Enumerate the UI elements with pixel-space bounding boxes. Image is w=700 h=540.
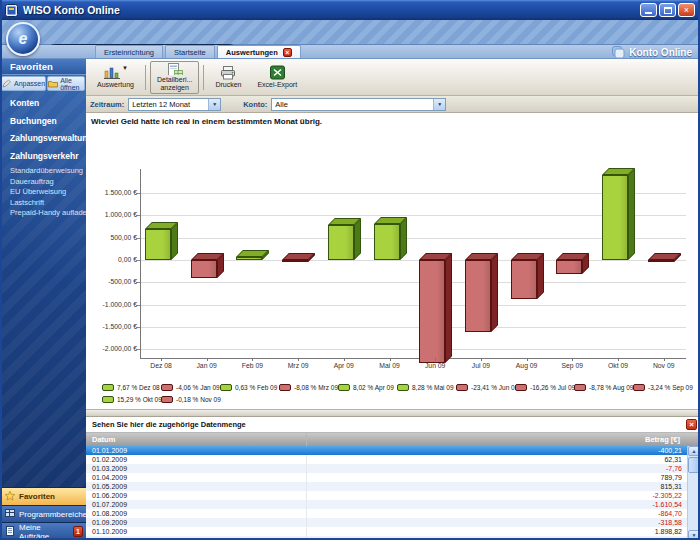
sidebar-item-standardüberweisung[interactable]: Standardüberweisung (0, 166, 86, 177)
chart-bar-side (445, 253, 452, 363)
gridline (140, 282, 686, 283)
table-row[interactable]: 01.08.2009-864,70 (86, 509, 687, 518)
legend-swatch (456, 384, 468, 391)
x-axis-label: Dez 08 (139, 362, 183, 369)
zeitraum-select[interactable]: Letzten 12 Monat ▼ (128, 98, 221, 111)
chart-bar-side (491, 253, 498, 332)
legend-swatch (279, 384, 291, 391)
x-axis-label: Sep 09 (550, 362, 594, 369)
legend-label: 8,02 % Apr 09 (353, 384, 394, 391)
chart-bar[interactable] (511, 260, 537, 299)
table-row[interactable]: 01.11.2009-17,32 (86, 536, 687, 540)
chart-bar[interactable] (282, 260, 308, 262)
bottom-nav-favoriten[interactable]: Favoriten (0, 487, 86, 505)
chart-bar[interactable] (328, 225, 354, 260)
tab-ersteinrichtung[interactable]: Ersteinrichtung (95, 45, 163, 58)
chart-bar[interactable] (419, 260, 445, 363)
legend-swatch (338, 384, 350, 391)
chart-bar[interactable] (602, 175, 628, 260)
maximize-button[interactable] (659, 3, 676, 17)
legend-item: 15,29 % Okt 09 (102, 395, 161, 404)
toolbar: ▼ Auswertung Detailberi... anzeigen Druc… (86, 59, 700, 96)
anpassen-button[interactable]: Anpassen (1, 76, 46, 91)
window-title: WISO Konto Online (23, 4, 120, 16)
chart-bar[interactable] (648, 260, 674, 262)
sidebar-item-zahlungsverwaltung[interactable]: Zahlungsverwaltung (0, 130, 86, 148)
legend-item: -23,41 % Jun 09 (456, 383, 515, 392)
y-axis (140, 169, 141, 358)
table-row[interactable]: 01.03.2009-7,76 (86, 464, 687, 473)
cell-datum: 01.10.2009 (86, 527, 307, 536)
legend-item: 0,63 % Feb 09 (220, 383, 279, 392)
table-scrollbar[interactable]: ▲ ▼ (687, 446, 700, 540)
drucken-button[interactable]: Drucken (208, 61, 248, 94)
table-row[interactable]: 01.10.20091.898,82 (86, 527, 687, 536)
splitter-handle[interactable] (86, 409, 700, 417)
scrollbar-thumb[interactable] (688, 457, 700, 473)
y-tick-label: 0,00 € (86, 256, 137, 263)
legend-swatch (515, 384, 527, 391)
legend-item: -4,06 % Jan 09 (161, 383, 220, 392)
cell-betrag: -318,58 (307, 519, 687, 526)
chart-bar[interactable] (191, 260, 217, 278)
scroll-down-icon[interactable]: ▼ (688, 530, 700, 540)
app-logo[interactable]: e (6, 22, 40, 56)
tab-auswertungen[interactable]: Auswertungen× (217, 45, 301, 58)
filter-bar: Zeitraum: Letzten 12 Monat ▼ Konto: Alle… (86, 96, 700, 113)
x-axis-label: Aug 09 (505, 362, 549, 369)
tab-startseite[interactable]: Startseite (165, 45, 215, 58)
chart-bar[interactable] (556, 260, 582, 274)
x-tick (618, 358, 619, 361)
table-row[interactable]: 01.06.2009-2.305,22 (86, 491, 687, 500)
bottom-nav-meine-aufträge[interactable]: Meine Aufträge1 (0, 522, 86, 540)
table-row[interactable]: 01.07.2009-1.610,54 (86, 500, 687, 509)
sidebar-item-konten[interactable]: Konten (0, 95, 86, 113)
table-row[interactable]: 01.02.200962,31 (86, 455, 687, 464)
column-header-betrag[interactable]: Betrag [€] (307, 435, 700, 444)
table-body: 01.01.2009-400,2101.02.200962,3101.03.20… (86, 446, 687, 540)
legend-label: 0,63 % Feb 09 (235, 384, 277, 391)
chart-panel: Wieviel Geld hatte ich real in einem bes… (86, 113, 700, 409)
sidebar: Favoriten AnpassenAlle öffnen KontenBuch… (0, 59, 86, 540)
legend-label: -23,41 % Jun 09 (471, 384, 518, 391)
close-table-icon[interactable]: × (686, 419, 697, 430)
legend-swatch (161, 396, 173, 403)
main-panel: ▼ Auswertung Detailberi... anzeigen Druc… (86, 59, 700, 540)
bottom-nav-programmbereiche[interactable]: Programmbereiche (0, 505, 86, 523)
close-button[interactable]: × (678, 3, 695, 17)
chart-bar[interactable] (145, 229, 171, 260)
sidebar-item-buchungen[interactable]: Buchungen (0, 113, 86, 131)
close-tab-icon[interactable]: × (283, 48, 292, 57)
sidebar-item-zahlungsverkehr[interactable]: Zahlungsverkehr (0, 148, 86, 166)
cell-betrag: 1.898,82 (307, 528, 687, 535)
table-row[interactable]: 01.05.2009815,31 (86, 482, 687, 491)
x-tick (664, 358, 665, 361)
auswertung-button[interactable]: ▼ Auswertung (90, 61, 141, 94)
konto-select[interactable]: Alle ▼ (271, 98, 446, 111)
sidebar-item-eu-überweisung[interactable]: EU Überweisung (0, 187, 86, 198)
table-row[interactable]: 01.01.2009-400,21 (86, 446, 687, 455)
table-row[interactable]: 01.04.2009789,79 (86, 473, 687, 482)
cell-datum: 01.01.2009 (86, 446, 307, 455)
sidebar-item-prepaid-handy-aufladen[interactable]: Prepaid-Handy aufladen (0, 208, 86, 219)
chart-bar[interactable] (374, 224, 400, 260)
alle-öffnen-button[interactable]: Alle öffnen (47, 76, 85, 91)
excel-export-button[interactable]: Excel-Export (250, 61, 304, 94)
scroll-up-icon[interactable]: ▲ (688, 446, 700, 456)
table-row[interactable]: 01.09.2009-318,58 (86, 518, 687, 527)
sidebar-item-lastschrift[interactable]: Lastschrift (0, 198, 86, 209)
legend-swatch (220, 384, 232, 391)
chart-bar[interactable] (236, 257, 262, 260)
legend-item: 8,02 % Apr 09 (338, 383, 397, 392)
y-tick-label: 500,00 € (86, 234, 137, 241)
chart-bar[interactable] (465, 260, 491, 332)
konto-label: Konto: (243, 100, 267, 109)
sidebar-item-dauerauftrag[interactable]: Dauerauftrag (0, 177, 86, 188)
x-tick (207, 358, 208, 361)
column-header-datum[interactable]: Datum (86, 433, 307, 446)
pencil-icon (2, 79, 12, 89)
minimize-button[interactable] (640, 3, 657, 17)
x-tick (252, 358, 253, 361)
cell-betrag: 815,31 (307, 483, 687, 490)
detailbericht-button[interactable]: Detailberi... anzeigen (150, 61, 199, 94)
